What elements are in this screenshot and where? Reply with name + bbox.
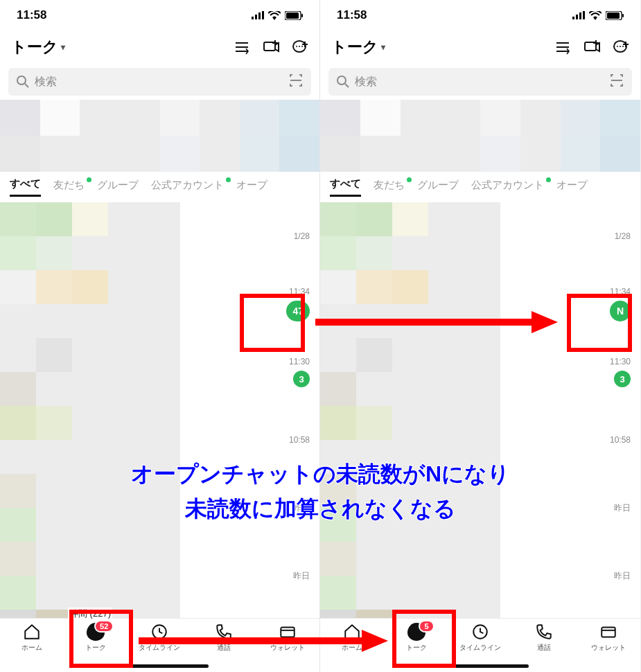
unread-dot-icon [87,177,91,182]
home-indicator [112,664,209,668]
bottom-nav: 仲間 (227) ホーム ••• 52 トーク タイムライン 通話 ウォレット [0,618,319,672]
tab-openchat[interactable]: オープ [236,179,267,196]
scan-icon[interactable] [289,73,303,90]
nav-label: ホーム [21,643,42,653]
chat-row[interactable]: 10:58 [0,406,319,474]
new-chat-icon[interactable] [263,39,279,55]
svg-rect-28 [583,11,585,19]
nav-label: トーク [85,643,106,653]
filter-tabs: すべて 友だち グループ 公式アカウント オープ [0,172,319,202]
search-icon [337,76,349,88]
nav-wallet[interactable]: ウォレット [581,623,636,653]
svg-rect-2 [258,12,261,19]
tab-friends[interactable]: 友だち [53,179,85,196]
tab-groups[interactable]: グループ [417,179,459,196]
tab-openchat[interactable]: オープ [556,179,588,196]
nav-call[interactable]: 通話 [516,623,572,653]
svg-point-41 [622,46,624,47]
search-input[interactable]: 検索 [328,68,632,96]
new-chat-icon[interactable] [583,39,600,55]
status-icons [252,11,303,20]
svg-point-39 [617,46,618,47]
status-bar: 11:58 [320,0,640,30]
status-time: 11:58 [17,8,46,22]
status-time: 11:58 [337,8,367,22]
tab-groups[interactable]: グループ [97,179,139,196]
chat-row[interactable]: 1/28 [0,202,319,270]
chat-time: 11:30 [289,357,310,366]
chat-list[interactable]: 1/28 11:34 N 11:303 10:58 昨日 昨日 [320,202,640,643]
chat-row[interactable]: 昨日 [0,474,319,542]
sort-icon[interactable] [554,39,571,55]
tab-friends[interactable]: 友だち [374,179,405,196]
unread-badge: 3 [614,371,631,387]
chat-row[interactable]: 昨日 [320,542,640,610]
page-title[interactable]: トーク ▾ [11,37,65,58]
nav-home[interactable]: ホーム [324,623,380,653]
status-bar: 11:58 [0,0,319,30]
nav-home[interactable]: ホーム [4,623,60,653]
chat-row[interactable]: 11:34 47 [0,270,319,338]
svg-point-19 [17,76,26,85]
scan-icon[interactable] [610,73,624,90]
search-input[interactable]: 検索 [8,68,311,96]
wallet-icon [599,623,617,641]
nav-label: タイムライン [139,643,180,653]
unread-badge: N [610,301,631,321]
battery-icon [285,11,303,20]
tab-official[interactable]: 公式アカウント [151,179,224,196]
bottom-nav: ホーム ••• 5 トーク タイムライン 通話 ウォレット [320,618,640,672]
home-indicator [432,664,529,668]
timeline-icon [471,623,489,641]
svg-rect-6 [301,14,303,17]
chat-row[interactable]: 11:30 3 [0,338,319,406]
svg-rect-1 [255,15,257,19]
svg-rect-30 [607,12,620,19]
compose-icon[interactable] [292,39,308,55]
svg-rect-31 [622,14,624,17]
banner-ad[interactable] [0,100,319,172]
nav-talk[interactable]: ••• 52 トーク [68,623,123,653]
tab-all[interactable]: すべて [10,177,41,197]
chat-list[interactable]: 1/28 11:34 47 11:30 3 10:58 [0,202,319,643]
chat-row[interactable]: 11:34 N [320,270,640,338]
banner-ad[interactable] [320,100,640,172]
chat-time: 1/28 [294,231,310,241]
nav-call[interactable]: 通話 [196,623,252,653]
chat-time: 昨日 [293,570,310,582]
page-title[interactable]: トーク ▾ [331,37,385,58]
chat-time: 昨日 [614,570,631,582]
timeline-icon [150,623,168,641]
svg-point-15 [299,46,300,47]
wallet-icon [279,623,297,641]
tab-official[interactable]: 公式アカウント [471,179,544,196]
wifi-icon [268,11,281,20]
tab-official-label: 公式アカウント [151,179,224,191]
compose-icon[interactable] [613,39,629,55]
nav-unread-badge: 5 [419,620,434,633]
svg-rect-23 [281,628,295,637]
unread-dot-icon [546,177,551,182]
sort-icon[interactable] [234,39,250,55]
nav-talk[interactable]: ••• 5 トーク [389,623,444,653]
page-title-text: トーク [331,37,378,58]
nav-timeline[interactable]: タイムライン [132,623,187,653]
chat-row[interactable]: 10:58 [320,406,640,474]
nav-wallet[interactable]: ウォレット [260,623,315,653]
battery-icon [606,11,624,20]
phone-icon [535,623,553,641]
chat-row[interactable]: 昨日 [0,542,319,610]
phone-left: 11:58 トーク ▾ [0,0,320,672]
chat-row[interactable]: 昨日 [320,474,640,542]
tab-all[interactable]: すべて [330,177,361,197]
nav-label: ホーム [342,643,362,653]
chat-time: 10:58 [289,435,310,445]
chat-row[interactable]: 1/28 [320,202,640,270]
svg-rect-26 [576,15,578,19]
chat-row[interactable]: 11:303 [320,338,640,406]
tab-official-label: 公式アカウント [471,179,544,191]
nav-unread-badge: 52 [94,620,114,633]
svg-rect-0 [252,17,254,19]
home-icon [23,623,41,641]
nav-timeline[interactable]: タイムライン [453,623,508,653]
